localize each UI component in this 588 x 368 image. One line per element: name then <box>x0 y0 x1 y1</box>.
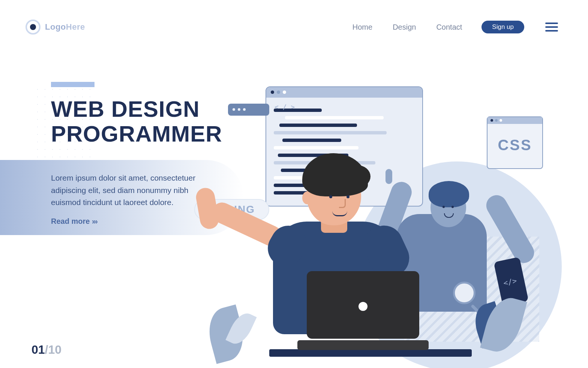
logo-word-1: Logo <box>45 22 66 32</box>
chevron-right-icon: ››› <box>92 217 97 225</box>
logo-text: LogoHere <box>45 22 85 32</box>
hero-paragraph: Lorem ipsum dolor sit amet, consectetuer… <box>51 172 210 209</box>
laptop-logo-icon <box>358 302 368 311</box>
magnifier-icon <box>453 282 476 304</box>
nav-contact[interactable]: Contact <box>436 23 462 32</box>
nav-home[interactable]: Home <box>352 23 372 32</box>
hero-title-line1: WEB DESIGN <box>51 97 200 122</box>
pager-total: 10 <box>48 343 62 356</box>
css-label: CSS <box>488 137 542 154</box>
hero-illustration: < / > CSS CODING <box>187 71 517 357</box>
pager-current: 01 <box>32 343 45 356</box>
header: LogoHere Home Design Contact Sign up <box>0 18 588 36</box>
desk <box>269 349 472 357</box>
hamburger-icon[interactable] <box>545 20 558 34</box>
laptop <box>307 271 419 350</box>
logo-word-2: Here <box>66 22 85 32</box>
floating-tag <box>228 104 269 116</box>
read-more-link[interactable]: Read more ››› <box>51 217 210 226</box>
code-glyph-icon: < / > <box>274 103 295 111</box>
signup-button[interactable]: Sign up <box>482 21 524 33</box>
logo-ring-icon <box>26 20 40 35</box>
landing-page: LogoHere Home Design Contact Sign up WEB… <box>0 0 588 368</box>
top-nav: Home Design Contact <box>352 23 462 32</box>
nav-design[interactable]: Design <box>393 23 416 32</box>
accent-bar <box>51 82 94 87</box>
page-indicator: 01/10 <box>32 343 62 357</box>
read-more-label: Read more <box>51 217 90 225</box>
logo[interactable]: LogoHere <box>26 20 85 35</box>
